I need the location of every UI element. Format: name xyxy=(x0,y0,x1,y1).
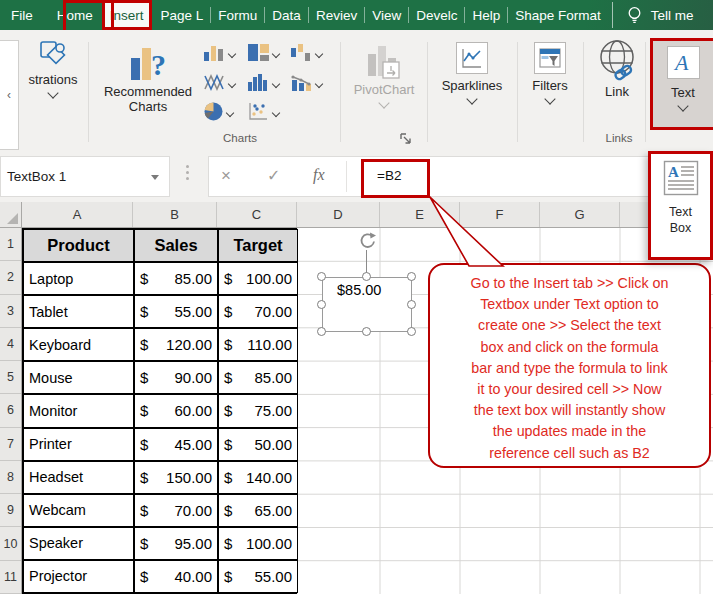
cell-C10[interactable]: $100.00 xyxy=(218,527,298,560)
cell-A10[interactable]: Speaker xyxy=(23,527,134,560)
formula-bar-grip[interactable] xyxy=(186,165,189,180)
cancel-icon[interactable]: × xyxy=(221,166,231,186)
row-header-3[interactable]: 3 xyxy=(0,295,21,328)
row-header-11[interactable]: 11 xyxy=(0,561,21,594)
insert-combo-chart-button[interactable] xyxy=(291,74,322,91)
cell-A1[interactable]: Product xyxy=(23,229,134,262)
cell-B8[interactable]: $150.00 xyxy=(134,461,218,494)
cell-A7[interactable]: Printer xyxy=(23,428,134,461)
tab-developer[interactable]: Develc xyxy=(409,0,464,30)
resize-handle-top-left[interactable] xyxy=(317,272,326,281)
cell-A11[interactable]: Projector xyxy=(23,560,134,593)
col-header-D[interactable]: D xyxy=(297,202,380,227)
collapsed-pane[interactable]: ‹ xyxy=(0,40,19,150)
insert-column-chart-button[interactable] xyxy=(204,44,235,61)
row-header-7[interactable]: 7 xyxy=(0,428,21,461)
cell-C6[interactable]: $75.00 xyxy=(218,394,298,427)
select-all-corner[interactable] xyxy=(0,202,22,227)
cell-B7[interactable]: $45.00 xyxy=(134,428,218,461)
tab-data[interactable]: Data xyxy=(265,0,308,30)
group-separator xyxy=(340,42,341,142)
row-header-4[interactable]: 4 xyxy=(0,328,21,361)
cell-A8[interactable]: Headset xyxy=(23,461,134,494)
cell-B4[interactable]: $120.00 xyxy=(134,328,218,361)
col-header-A[interactable]: A xyxy=(22,202,133,227)
insert-function-icon[interactable]: fx xyxy=(313,166,325,184)
illustrations-button[interactable]: strations xyxy=(20,40,86,97)
cell-B11[interactable]: $40.00 xyxy=(134,560,218,593)
col-header-E[interactable]: E xyxy=(380,202,460,227)
cell-B1[interactable]: Sales xyxy=(134,229,218,262)
cell-C4[interactable]: $110.00 xyxy=(218,328,298,361)
insert-statistic-chart-button[interactable] xyxy=(248,74,279,91)
link-button[interactable]: Link xyxy=(592,38,642,99)
insert-scatter-chart-button[interactable] xyxy=(248,102,279,121)
row-header-2[interactable]: 2 xyxy=(0,261,21,294)
tab-shape-format[interactable]: Shape Format xyxy=(508,0,608,30)
cell-B3[interactable]: $55.00 xyxy=(134,295,218,328)
tab-file[interactable]: File xyxy=(4,0,40,30)
tab-insert[interactable]: Insert xyxy=(102,0,152,30)
rotate-handle-icon[interactable] xyxy=(358,232,376,250)
charts-dialog-launcher-icon[interactable] xyxy=(400,133,412,145)
recommended-charts-button[interactable]: ? Recommended Charts xyxy=(94,42,202,114)
row-header-5[interactable]: 5 xyxy=(0,361,21,394)
filters-button[interactable]: Filters xyxy=(519,42,581,103)
resize-handle-top-right[interactable] xyxy=(407,272,416,281)
tell-me-box[interactable]: Tell me xyxy=(627,6,694,25)
resize-handle-bottom-right[interactable] xyxy=(407,327,416,336)
col-header-F[interactable]: F xyxy=(460,202,540,227)
resize-handle-middle-left[interactable] xyxy=(317,300,326,309)
row-header-8[interactable]: 8 xyxy=(0,461,21,494)
cell-A4[interactable]: Keyboard xyxy=(23,328,134,361)
cell-C11[interactable]: $55.00 xyxy=(218,560,298,593)
resize-handle-middle-right[interactable] xyxy=(407,300,416,309)
insert-pie-chart-button[interactable] xyxy=(204,102,233,121)
cell-B10[interactable]: $95.00 xyxy=(134,527,218,560)
resize-handle-bottom-middle[interactable] xyxy=(362,327,371,336)
cell-B9[interactable]: $70.00 xyxy=(134,494,218,527)
pivotchart-button[interactable]: PivotChart xyxy=(342,42,426,107)
resize-handle-top-middle[interactable] xyxy=(362,272,371,281)
cell-C5[interactable]: $85.00 xyxy=(218,361,298,394)
name-box[interactable]: TextBox 1 xyxy=(0,156,170,197)
linked-textbox-shape[interactable]: $85.00 xyxy=(322,277,412,332)
text-box-menu[interactable]: A Text Box xyxy=(648,151,713,260)
insert-hierarchy-chart-button[interactable] xyxy=(248,44,279,61)
row-header-1[interactable]: 1 xyxy=(0,228,21,261)
col-header-G[interactable]: G xyxy=(540,202,620,227)
insert-line-chart-button[interactable] xyxy=(204,74,235,91)
cell-C7[interactable]: $50.00 xyxy=(218,428,298,461)
resize-handle-bottom-left[interactable] xyxy=(317,327,326,336)
tab-review[interactable]: Reviev xyxy=(309,0,364,30)
cell-B5[interactable]: $90.00 xyxy=(134,361,218,394)
tab-home[interactable]: Home xyxy=(50,0,100,30)
tab-help[interactable]: Help xyxy=(465,0,507,30)
row-header-10[interactable]: 10 xyxy=(0,527,21,560)
tab-page-layout[interactable]: Page L xyxy=(154,0,211,30)
cell-A3[interactable]: Tablet xyxy=(23,295,134,328)
insert-waterfall-chart-button[interactable] xyxy=(291,44,322,61)
row-header-6[interactable]: 6 xyxy=(0,394,21,427)
tab-formulas[interactable]: Formu xyxy=(211,0,264,30)
row-header-9[interactable]: 9 xyxy=(0,494,21,527)
col-header-C[interactable]: C xyxy=(217,202,297,227)
cell-C1[interactable]: Target xyxy=(218,229,298,262)
cell-A6[interactable]: Monitor xyxy=(23,394,134,427)
tab-view[interactable]: View xyxy=(365,0,408,30)
cell-A2[interactable]: Laptop xyxy=(23,262,134,295)
name-box-dropdown-icon[interactable] xyxy=(151,175,159,180)
text-button[interactable]: A Text xyxy=(650,38,713,130)
cell-C3[interactable]: $70.00 xyxy=(218,295,298,328)
sparklines-button[interactable]: Sparklines xyxy=(429,42,515,103)
cell-C8[interactable]: $140.00 xyxy=(218,461,298,494)
cell-A5[interactable]: Mouse xyxy=(23,361,134,394)
cell-B2[interactable]: $85.00 xyxy=(134,262,218,295)
cell-A9[interactable]: Webcam xyxy=(23,494,134,527)
cell-C2[interactable]: $100.00 xyxy=(218,262,298,295)
cell-B6[interactable]: $60.00 xyxy=(134,394,218,427)
formula-input-area[interactable]: × ✓ fx =B2 xyxy=(208,156,713,197)
cell-C9[interactable]: $65.00 xyxy=(218,494,298,527)
enter-icon[interactable]: ✓ xyxy=(267,166,280,185)
col-header-B[interactable]: B xyxy=(133,202,217,227)
